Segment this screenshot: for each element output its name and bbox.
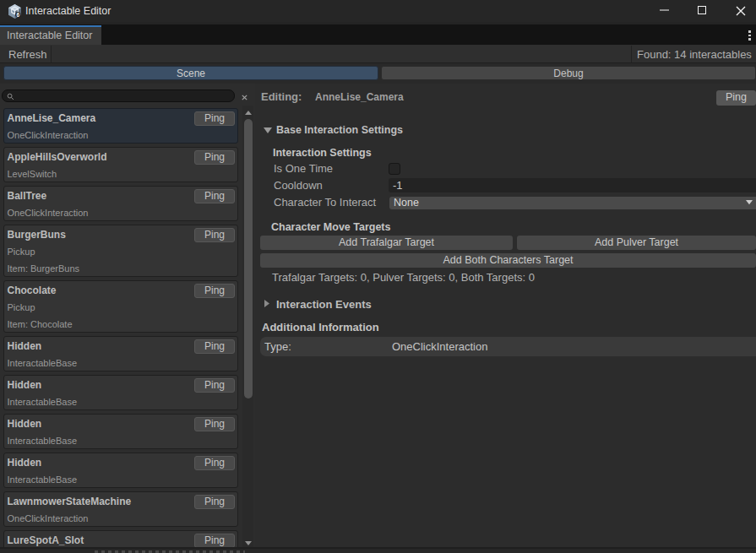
svg-text:6: 6 bbox=[16, 12, 19, 18]
